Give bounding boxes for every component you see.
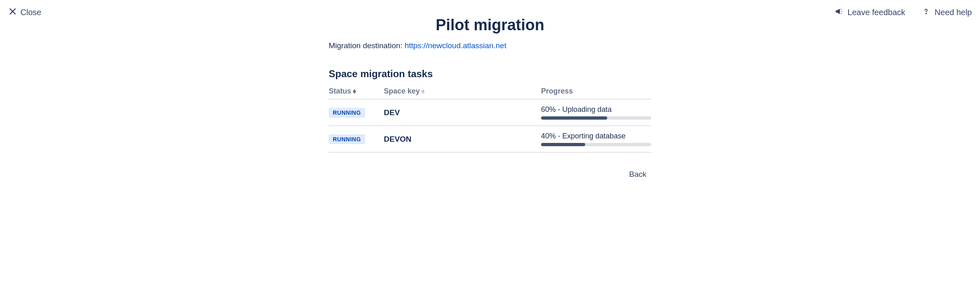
sort-icon xyxy=(353,89,356,94)
sort-icon xyxy=(421,89,425,94)
svg-marker-4 xyxy=(353,91,356,94)
svg-point-2 xyxy=(926,13,926,13)
table-row: RUNNINGDEVON40% - Exporting database xyxy=(329,126,651,153)
close-label: Close xyxy=(20,8,41,17)
table-header: Status Space key Progress xyxy=(329,87,651,100)
col-header-space-key[interactable]: Space key xyxy=(384,87,541,96)
space-key: DEV xyxy=(384,108,400,117)
status-badge: RUNNING xyxy=(329,134,365,144)
progress-bar xyxy=(541,143,651,146)
footer-actions: Back xyxy=(329,167,651,181)
table-row: RUNNINGDEV60% - Uploading data xyxy=(329,100,651,126)
leave-feedback-label: Leave feedback xyxy=(848,8,905,17)
destination-line: Migration destination: https://newcloud.… xyxy=(329,41,651,50)
section-title: Space migration tasks xyxy=(329,68,651,80)
page-title: Pilot migration xyxy=(436,16,544,34)
space-key: DEVON xyxy=(384,135,412,143)
col-header-progress: Progress xyxy=(541,87,651,96)
destination-link[interactable]: https://newcloud.atlassian.net xyxy=(405,41,506,50)
tasks-table: Status Space key Progress xyxy=(329,87,651,153)
col-header-status[interactable]: Status xyxy=(329,87,384,96)
progress-bar xyxy=(541,116,651,120)
progress-text: 60% - Uploading data xyxy=(541,105,651,114)
destination-label: Migration destination: xyxy=(329,41,405,50)
back-button[interactable]: Back xyxy=(624,167,651,181)
need-help-label: Need help xyxy=(935,8,972,17)
status-badge: RUNNING xyxy=(329,108,365,118)
svg-marker-6 xyxy=(421,91,425,94)
progress-text: 40% - Exporting database xyxy=(541,132,651,140)
content-area: Pilot migration Migration destination: h… xyxy=(0,16,980,181)
